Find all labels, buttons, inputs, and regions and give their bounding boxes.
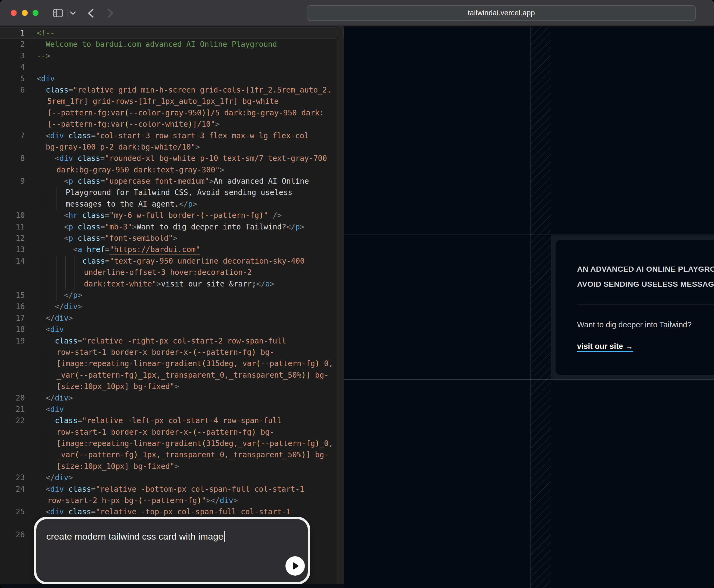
indent-guide [47,438,47,449]
card-question: Want to dig deeper into Tailwind? [577,317,714,332]
code-line-text: dark:bg-gray-950 dark:text-gray-300"> [57,164,224,176]
indent-guide [38,438,38,449]
line-number: 1 [0,27,25,39]
code-row: [--pattern-fg:var(--color-white)]/10"> [0,119,344,130]
chevron-down-icon[interactable] [70,11,76,15]
code-row: _var(--pattern-fg)_1px,_transparent_0,_t… [0,449,344,461]
code-line-text: </div> [55,301,82,312]
indent-guide [38,301,38,312]
line-number: 4 [0,62,25,73]
run-prompt-button[interactable] [286,556,305,575]
address-bar[interactable]: tailwindai.vercel.app [307,5,696,21]
code-row: dark:bg-gray-950 dark:text-gray-300"> [0,164,344,176]
indent-guide [38,472,38,483]
editor-scrollbar[interactable] [337,26,344,584]
code-line-text: [--pattern-fg:var(--color-white)]/10"> [47,119,220,130]
code-line-text: <p class="mb-3">Want to dig deeper into … [64,222,304,233]
indent-guide [38,39,38,50]
line-number: 19 [0,335,25,347]
prompt-input[interactable]: create modern tailwind css card with ima… [46,531,225,542]
code-line-text: <div class="rounded-xl bg-white p-10 tex… [55,153,327,164]
code-line-text: <a href="https://bardui.com" [73,244,200,255]
code-row: 25<div class="relative -top-px col-span-… [0,506,344,518]
close-icon[interactable] [11,10,17,16]
indent-guide [75,255,75,267]
code-row: 22class="relative -left-px col-start-4 r… [0,415,344,426]
code-row: 21<div [0,404,344,415]
code-row: 23</div> [0,472,344,483]
code-line-text: _var(--pattern-fg)_1px,_transparent_0,_t… [57,449,329,461]
code-row: 11<p class="mb-3">Want to dig deeper int… [0,222,344,233]
line-number: 11 [0,222,25,233]
text-caret [224,531,225,542]
browser-window: tailwindai.vercel.app 1<!--2Welcome to b… [0,0,714,588]
code-line-text: </div> [46,313,73,324]
zoom-icon[interactable] [33,10,39,16]
code-row: _var(--pattern-fg)_1px,_transparent_0,_t… [0,370,344,381]
code-area[interactable]: 1<!--2Welcome to bardui.com advanced AI … [0,27,344,541]
code-line-text: <div [46,404,64,415]
ai-prompt-box[interactable]: create modern tailwind css card with ima… [34,517,310,585]
indent-guide [38,427,38,438]
line-number: 21 [0,404,25,415]
line-number: 24 [0,484,25,495]
browser-toolbar: tailwindai.vercel.app [0,0,714,26]
code-row: bg-gray-100 p-2 dark:bg-white/10"> [0,142,344,153]
code-row: messages to the AI agent.</p> [0,198,344,210]
code-line-text: <div [46,324,64,335]
code-line-text: class="relative -left-px col-start-4 row… [55,415,282,426]
indent-guide [38,358,38,369]
visit-site-link[interactable]: visit our site → [577,342,633,351]
indent-guide [38,393,38,404]
code-line-text: <div class="col-start-3 row-start-3 flex… [46,130,309,142]
line-number: 14 [0,255,25,267]
code-line-text: _var(--pattern-fg)_1px,_transparent_0,_t… [57,370,329,381]
line-number: 26 [0,529,25,540]
indent-guide [47,347,47,358]
code-line-text: underline-offset-3 hover:decoration-2 [84,267,252,278]
indent-guide [47,164,47,176]
line-number: 13 [0,244,25,255]
code-line-text: [size:10px_10px] bg-fixed"> [57,381,179,392]
code-row: 14class="text-gray-950 underline decorat… [0,255,344,267]
code-row: row-start-2 h-px bg-(--pattern-fg)"></di… [0,495,344,506]
minimap-viewport[interactable] [337,28,344,38]
line-number: 15 [0,290,25,301]
code-row: 13<a href="https://bardui.com" [0,244,344,255]
sidebar-toggle-icon[interactable] [53,9,63,17]
code-row: [image:repeating-linear-gradient(315deg,… [0,358,344,369]
code-row: 3--> [0,50,344,62]
code-line-text: Welcome to bardui.com advanced AI Online… [46,39,277,50]
indent-guide [56,187,57,198]
code-row: 9<p class="uppercase font-medium">An adv… [0,176,344,187]
code-row: 19class="relative -right-px col-start-2 … [0,335,344,347]
indent-guide [75,267,75,278]
code-line-text: </div> [46,472,73,483]
code-line-text: [image:repeating-linear-gradient(315deg,… [57,358,333,369]
indent-guide [47,278,47,290]
code-row: 17</div> [0,313,344,324]
preview-card: AN ADVANCED AI ONLINE PLAYGROUND FOR TAI… [555,240,714,375]
code-line-text: dark:text-white">visit our site &rarr;</… [84,278,274,290]
code-line-text: <div class="relative -top-px col-span-fu… [46,506,291,518]
window-bottom-edge [0,584,344,588]
card-link-row: visit our site → [577,339,714,354]
forward-icon[interactable] [107,8,114,18]
indent-guide [38,290,38,301]
indent-guide [56,267,57,278]
code-line-text: messages to the AI agent.</p> [66,198,197,210]
minimize-icon[interactable] [22,10,28,16]
indent-guide [47,301,47,312]
indent-guide [38,164,38,176]
indent-guide [38,142,38,153]
indent-guide [38,198,38,210]
indent-guide [65,278,66,290]
indent-guide [47,187,47,198]
code-line-text: </p> [64,290,82,301]
code-row: 12<p class="font-semibold"> [0,233,344,244]
code-row: 7<div class="col-start-3 row-start-3 fle… [0,130,344,142]
back-icon[interactable] [87,8,94,18]
code-row: Playground for Tailwind CSS, Avoid sendi… [0,187,344,198]
code-line-text: bg-gray-100 p-2 dark:bg-white/10"> [46,142,200,153]
code-line-text: --> [37,50,50,62]
